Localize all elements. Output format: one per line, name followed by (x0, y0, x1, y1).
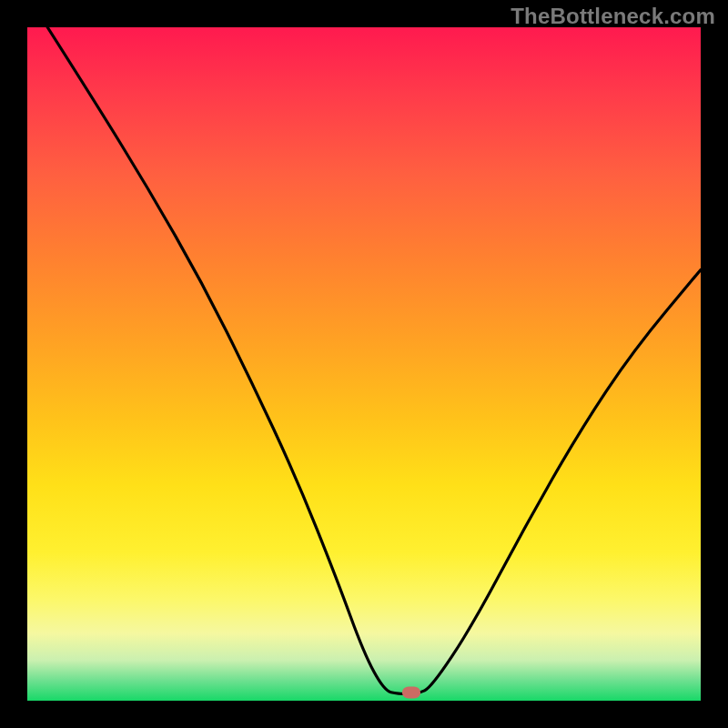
watermark-label: TheBottleneck.com (511, 4, 715, 29)
minimum-marker (402, 687, 420, 699)
chart-frame: TheBottleneck.com (0, 0, 728, 728)
plot-area (27, 27, 701, 701)
bottleneck-curve (27, 27, 701, 701)
